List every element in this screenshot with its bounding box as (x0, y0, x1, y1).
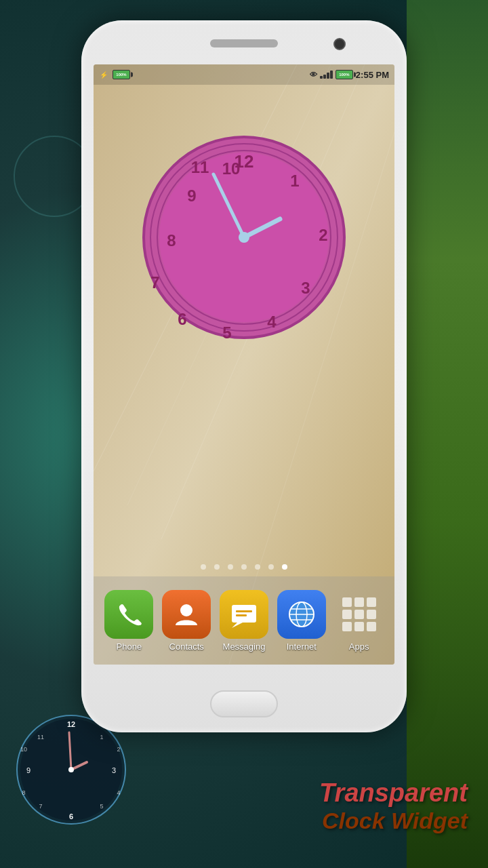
svg-text:2: 2 (117, 746, 120, 753)
svg-text:4: 4 (117, 789, 120, 796)
dock-item-messaging[interactable]: Messaging (220, 590, 268, 652)
page-dot-4 (241, 564, 247, 570)
status-right-icons: 👁 100% 2:55 PM (310, 70, 389, 80)
svg-text:8: 8 (167, 231, 176, 250)
svg-text:7: 7 (39, 803, 42, 810)
svg-text:4: 4 (267, 313, 277, 331)
status-left-icons: ⚡ 100% (99, 70, 130, 79)
svg-text:11: 11 (191, 158, 209, 176)
status-bar: ⚡ 100% 👁 100% 2:55 PM (94, 64, 394, 85)
status-time: 2:55 PM (356, 70, 389, 80)
dock-item-contacts[interactable]: Contacts (162, 590, 211, 652)
dock-item-apps[interactable]: Apps (335, 590, 384, 652)
phone-label: Phone (117, 642, 142, 652)
page-dot-3 (228, 564, 233, 570)
svg-text:10: 10 (20, 746, 27, 753)
messaging-app-icon[interactable] (220, 590, 268, 639)
home-button[interactable] (210, 690, 278, 717)
svg-text:8: 8 (22, 789, 25, 796)
eye-icon: 👁 (310, 71, 317, 79)
signal-icon (320, 71, 333, 79)
page-dot-7 (282, 564, 287, 570)
page-dot-6 (268, 564, 274, 570)
app-title-overlay: Transparent Clock Widget (319, 778, 468, 834)
page-dot-5 (255, 564, 260, 570)
svg-point-25 (180, 604, 192, 616)
contacts-app-icon[interactable] (162, 590, 211, 639)
svg-text:10: 10 (222, 159, 241, 178)
svg-marker-27 (232, 623, 243, 628)
svg-text:1: 1 (290, 172, 299, 190)
phone-screen: ⚡ 100% 👁 100% 2:55 PM (94, 64, 394, 665)
page-dot-1 (201, 564, 206, 570)
svg-text:6: 6 (178, 310, 186, 328)
svg-rect-26 (232, 605, 256, 623)
svg-text:6: 6 (69, 812, 73, 821)
apps-label: Apps (349, 642, 369, 652)
svg-text:2: 2 (319, 226, 327, 244)
internet-label: Internet (287, 642, 317, 652)
internet-app-icon[interactable] (277, 590, 326, 639)
usb-icon: ⚡ (99, 70, 108, 79)
clock-widget: 12 1 2 3 4 5 6 7 8 9 10 11 (139, 132, 349, 345)
svg-text:5: 5 (100, 803, 103, 810)
svg-text:3: 3 (112, 766, 116, 774)
dock-item-internet[interactable]: Internet (277, 590, 326, 652)
apps-app-icon[interactable] (335, 590, 384, 639)
battery-status-icon: 100% (113, 70, 130, 79)
messaging-label: Messaging (223, 642, 266, 652)
svg-rect-29 (236, 614, 247, 616)
apps-grid (340, 595, 379, 634)
svg-text:5: 5 (222, 323, 231, 342)
phone-speaker (210, 39, 278, 47)
phone-app-icon[interactable] (104, 590, 153, 639)
svg-text:9: 9 (187, 186, 196, 205)
overlay-line2: Clock Widget (319, 808, 468, 834)
svg-text:12: 12 (67, 720, 75, 728)
svg-text:1: 1 (100, 734, 103, 741)
overlay-line1: Transparent (319, 778, 468, 808)
app-dock: Phone Contacts (94, 576, 394, 665)
phone-camera (333, 38, 346, 50)
svg-text:7: 7 (150, 273, 159, 292)
svg-text:3: 3 (301, 279, 310, 297)
phone-frame: ⚡ 100% 👁 100% 2:55 PM (81, 20, 407, 732)
page-dot-2 (214, 564, 220, 570)
svg-point-24 (239, 232, 249, 243)
dock-item-phone[interactable]: Phone (104, 590, 153, 652)
svg-text:11: 11 (37, 734, 44, 741)
svg-point-52 (68, 767, 74, 772)
page-dots (94, 564, 394, 570)
background-right (407, 0, 488, 868)
contacts-label: Contacts (169, 642, 204, 652)
svg-rect-28 (236, 610, 252, 612)
battery-percentage: 100% (336, 70, 353, 79)
svg-text:9: 9 (26, 766, 30, 774)
